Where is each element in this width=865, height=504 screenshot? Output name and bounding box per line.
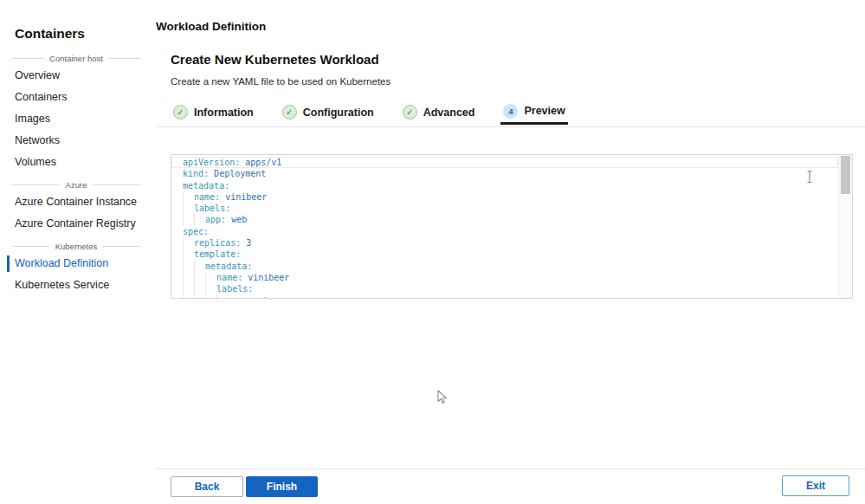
indent-guide (194, 261, 205, 272)
sidebar-item-label: Networks (15, 134, 60, 146)
section-label: Container host (49, 54, 103, 63)
wizard-step-label: Preview (524, 105, 565, 117)
yaml-value: 3 (246, 237, 251, 249)
yaml-key: apiVersion: (183, 157, 240, 168)
sidebar-item-images[interactable]: Images (0, 108, 149, 130)
finish-button[interactable]: Finish (246, 476, 318, 497)
yaml-value: vinibeer (248, 272, 289, 283)
indent-guide (183, 214, 194, 225)
sidebar-item-workload-definition[interactable]: Workload Definition (0, 253, 149, 275)
code-line: metadata: (171, 261, 838, 272)
text-cursor-icon (805, 170, 814, 187)
wizard-step-preview[interactable]: 4 Preview (500, 100, 567, 125)
sidebar-item-azure-container-instance[interactable]: Azure Container Instance (0, 191, 149, 213)
main-panel: Workload Definition Create New Kubernete… (156, 0, 865, 504)
yaml-value: web (254, 295, 269, 299)
mouse-cursor-icon (436, 389, 448, 409)
sidebar-item-volumes[interactable]: Volumes (0, 152, 149, 173)
sidebar: Containers Container host Overview Conta… (0, 0, 149, 296)
indent-guide (183, 295, 194, 299)
code-line: name:vinibeer (171, 272, 838, 283)
check-icon: ✓ (173, 105, 188, 120)
wizard-steps: ✓ Information ✓ Configuration ✓ Advanced… (171, 100, 568, 125)
yaml-value: Deployment (214, 168, 266, 179)
sidebar-item-label: Azure Container Registry (15, 217, 136, 229)
code-line: name:vinibeer (171, 191, 838, 203)
check-icon: ✓ (403, 105, 417, 120)
check-icon: ✓ (282, 105, 297, 120)
code-line: labels: (171, 203, 838, 214)
wizard-step-label: Configuration (303, 107, 374, 119)
containers-tool-window: Containers Container host Overview Conta… (0, 0, 865, 504)
wizard-step-configuration[interactable]: ✓ Configuration (280, 100, 377, 125)
yaml-key: labels: (216, 283, 253, 294)
wizard-title: Create New Kubernetes Workload (171, 52, 379, 67)
indent-guide (194, 295, 205, 299)
indent-guide (194, 283, 205, 294)
sidebar-item-containers[interactable]: Containers (0, 87, 149, 108)
wizard-step-label: Advanced (423, 107, 475, 119)
sidebar-item-label: Workload Definition (15, 257, 108, 269)
code-line: metadata: (171, 180, 838, 191)
yaml-key: kind: (183, 168, 209, 179)
footer-divider (156, 468, 865, 469)
indent-guide (205, 283, 216, 294)
sidebar-item-label: Volumes (15, 156, 56, 168)
indent-guide (183, 237, 194, 249)
sidebar-item-overview[interactable]: Overview (0, 65, 149, 87)
sidebar-item-label: Azure Container Instance (15, 196, 137, 208)
yaml-code: apiVersion:apps/v1 kind:Deployment metad… (171, 157, 838, 299)
editor-scrollbar[interactable] (838, 155, 852, 298)
yaml-key: metadata: (183, 180, 229, 191)
section-label: Azure (66, 180, 87, 190)
indent-guide (183, 249, 194, 260)
sidebar-item-label: Kubernetes Service (15, 279, 109, 291)
indent-guide (183, 261, 194, 272)
exit-button[interactable]: Exit (782, 475, 849, 496)
sidebar-item-azure-container-registry[interactable]: Azure Container Registry (0, 213, 149, 235)
steps-divider (156, 126, 865, 127)
indent-guide (205, 295, 216, 299)
wizard-subtitle: Create a new YAML file to be used on Kub… (171, 76, 391, 87)
sidebar-item-kubernetes-service[interactable]: Kubernetes Service (0, 275, 149, 296)
sidebar-section-container-host: Container host (12, 54, 140, 63)
yaml-key: app: (205, 214, 226, 225)
back-button[interactable]: Back (171, 476, 243, 497)
wizard-step-information[interactable]: ✓ Information (171, 100, 256, 125)
yaml-value: vinibeer (225, 191, 267, 203)
indent-guide (216, 295, 228, 299)
yaml-key: replicas: (194, 237, 241, 249)
sidebar-section-kubernetes: Kubernetes (12, 242, 140, 251)
scrollbar-thumb[interactable] (841, 156, 850, 194)
wizard-step-advanced[interactable]: ✓ Advanced (400, 100, 478, 125)
yaml-key: labels: (194, 203, 230, 214)
code-line: app:web (171, 214, 838, 225)
code-line: labels: (171, 283, 838, 294)
yaml-key: app: (228, 295, 249, 299)
code-line: replicas:3 (171, 237, 838, 249)
sidebar-title: Containers (15, 26, 149, 42)
sidebar-item-label: Overview (15, 69, 60, 81)
indent-guide (183, 203, 194, 214)
indent-guide (183, 272, 194, 283)
yaml-key: template: (194, 249, 241, 260)
yaml-editor[interactable]: apiVersion:apps/v1 kind:Deployment metad… (171, 154, 853, 299)
sidebar-section-azure: Azure (12, 180, 140, 190)
indent-guide (194, 214, 205, 225)
yaml-key: name: (194, 191, 220, 203)
step-number-badge: 4 (503, 104, 518, 119)
sidebar-item-label: Images (15, 113, 50, 125)
sidebar-item-networks[interactable]: Networks (0, 130, 149, 152)
indent-guide (183, 283, 194, 294)
code-line: template: (171, 249, 838, 260)
yaml-value: apps/v1 (245, 157, 281, 168)
selection-indicator (7, 255, 10, 272)
yaml-value: web (231, 214, 247, 225)
yaml-key: spec: (183, 226, 209, 237)
indent-guide (205, 272, 216, 283)
code-line: apiVersion:apps/v1 (171, 157, 838, 168)
code-line: kind:Deployment (171, 168, 838, 179)
page-title: Workload Definition (156, 20, 266, 33)
indent-guide (194, 272, 205, 283)
code-line: spec: (171, 226, 838, 237)
